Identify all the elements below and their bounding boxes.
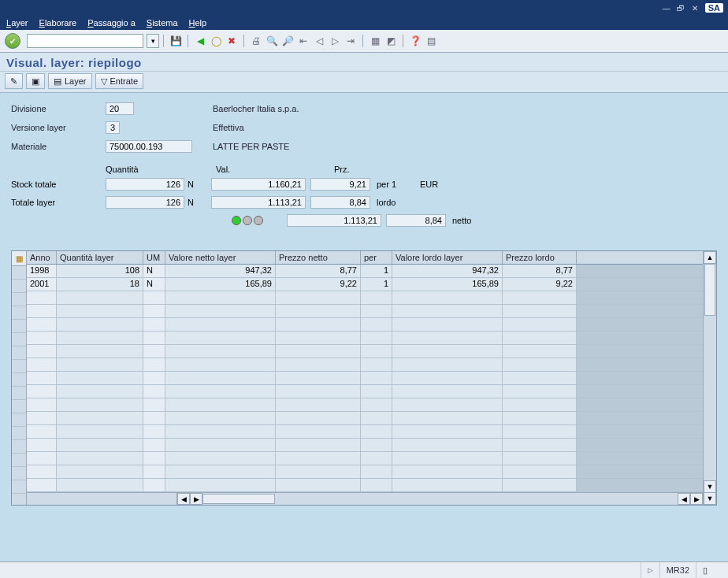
cell-vn[interactable] — [165, 305, 276, 317]
cell-vn[interactable] — [165, 332, 276, 344]
cell-pl[interactable] — [503, 398, 577, 411]
cell-pn[interactable] — [276, 425, 361, 438]
cell-vn[interactable] — [165, 465, 276, 478]
cell-pn[interactable] — [276, 332, 361, 344]
cell-vl[interactable] — [392, 425, 503, 438]
cell-vl[interactable] — [392, 305, 503, 317]
row-handle[interactable] — [12, 400, 26, 413]
cell-per[interactable] — [361, 291, 392, 304]
cell-pl[interactable] — [503, 425, 577, 438]
cell-per[interactable] — [361, 425, 392, 438]
cell-pl[interactable] — [503, 439, 577, 451]
cell-pl[interactable] — [503, 385, 577, 398]
cell-vn[interactable] — [165, 345, 276, 358]
row-handle[interactable] — [12, 480, 26, 494]
cell-per[interactable]: 1 — [361, 278, 392, 291]
cell-vl[interactable] — [392, 358, 503, 371]
table-row[interactable]: 1998108N947,328,771947,328,77 — [27, 265, 703, 278]
cell-vn[interactable] — [165, 425, 276, 438]
table-row[interactable] — [27, 385, 703, 398]
menu-elaborare[interactable]: Elaborare — [39, 18, 77, 28]
cell-vn[interactable] — [165, 372, 276, 384]
menu-passaggio[interactable]: Passaggio a — [87, 18, 136, 28]
cell-per[interactable]: 1 — [361, 265, 392, 277]
scroll-down-icon[interactable]: ▼ — [704, 480, 716, 493]
restore-icon[interactable]: 🗗 — [675, 2, 686, 13]
cell-per[interactable] — [361, 465, 392, 478]
table-row[interactable] — [27, 291, 703, 305]
cell-vl[interactable] — [392, 465, 503, 478]
cell-pn[interactable] — [276, 372, 361, 384]
cell-pl[interactable] — [503, 358, 577, 371]
menu-help[interactable]: Help — [189, 18, 207, 28]
cell-pn[interactable] — [276, 305, 361, 317]
cell-per[interactable] — [361, 305, 392, 317]
cell-vn[interactable]: 947,32 — [165, 265, 276, 277]
cell-vn[interactable] — [165, 291, 276, 304]
scroll-left2-icon[interactable]: ▶ — [190, 493, 202, 505]
cell-pn[interactable] — [276, 479, 361, 491]
row-handle[interactable] — [12, 320, 26, 333]
cell-qty[interactable] — [57, 305, 143, 317]
cell-pl[interactable] — [503, 479, 577, 491]
cancel-icon[interactable]: ✖ — [225, 35, 238, 47]
col-um[interactable]: UM — [143, 251, 165, 264]
cell-vl[interactable] — [392, 318, 503, 331]
cell-pl[interactable] — [503, 465, 577, 478]
find-next-icon[interactable]: 🔎 — [281, 35, 294, 47]
cell-qty[interactable] — [57, 372, 143, 384]
cell-vn[interactable] — [165, 385, 276, 398]
cell-per[interactable] — [361, 345, 392, 358]
table-row[interactable] — [27, 439, 703, 452]
cell-pn[interactable] — [276, 398, 361, 411]
row-handle[interactable] — [12, 413, 26, 427]
exit-icon[interactable]: ◯ — [210, 35, 222, 47]
table-row[interactable] — [27, 398, 703, 412]
cell-pn[interactable] — [276, 345, 361, 358]
cell-per[interactable] — [361, 479, 392, 491]
cell-vn[interactable] — [165, 318, 276, 331]
cell-pn[interactable] — [276, 412, 361, 424]
row-handle[interactable] — [12, 266, 26, 280]
status-expand-icon[interactable]: ▷ — [641, 562, 659, 578]
col-vn[interactable]: Valore netto layer — [165, 251, 276, 264]
hscroll-thumb[interactable] — [202, 494, 275, 504]
cell-pl[interactable] — [503, 452, 577, 465]
cell-vl[interactable] — [392, 479, 503, 491]
next-page-icon[interactable]: ▷ — [329, 35, 341, 47]
cell-pn[interactable] — [276, 465, 361, 478]
col-pn[interactable]: Prezzo netto — [276, 251, 361, 264]
layout-icon[interactable]: ▤ — [425, 35, 437, 47]
cell-qty[interactable] — [57, 385, 143, 398]
print-icon[interactable]: 🖨 — [250, 35, 262, 47]
cell-qty[interactable] — [57, 318, 143, 331]
row-handle[interactable] — [12, 293, 26, 306]
shortcut-icon[interactable]: ◩ — [384, 35, 397, 47]
cell-qty[interactable] — [57, 345, 143, 358]
table-row[interactable] — [27, 372, 703, 385]
cell-pn[interactable]: 9,22 — [276, 278, 361, 291]
cell-pl[interactable] — [503, 412, 577, 424]
scroll-right2-icon[interactable]: ▶ — [690, 493, 703, 505]
first-page-icon[interactable]: ⇤ — [297, 35, 310, 47]
cell-qty[interactable] — [57, 425, 143, 438]
cell-vn[interactable]: 165,89 — [165, 278, 276, 291]
cell-qty[interactable] — [57, 291, 143, 304]
cell-qty[interactable] — [57, 358, 143, 371]
field-divisione[interactable]: 20 — [106, 102, 134, 115]
row-handle[interactable] — [12, 427, 26, 440]
cell-pl[interactable] — [503, 291, 577, 304]
col-pl[interactable]: Prezzo lordo — [503, 251, 577, 264]
cell-pn[interactable] — [276, 318, 361, 331]
table-row[interactable] — [27, 345, 703, 358]
back-icon[interactable]: ◀ — [194, 35, 206, 47]
col-qty[interactable]: Quantità layer — [57, 251, 143, 264]
table-row[interactable] — [27, 318, 703, 332]
row-handle[interactable] — [12, 333, 26, 346]
table-row[interactable] — [27, 452, 703, 465]
grid-vscroll[interactable]: ▲ ▼ ▼ — [703, 251, 716, 505]
cell-per[interactable] — [361, 412, 392, 424]
cell-per[interactable] — [361, 398, 392, 411]
cell-qty[interactable] — [57, 412, 143, 424]
row-handle[interactable] — [12, 454, 26, 467]
